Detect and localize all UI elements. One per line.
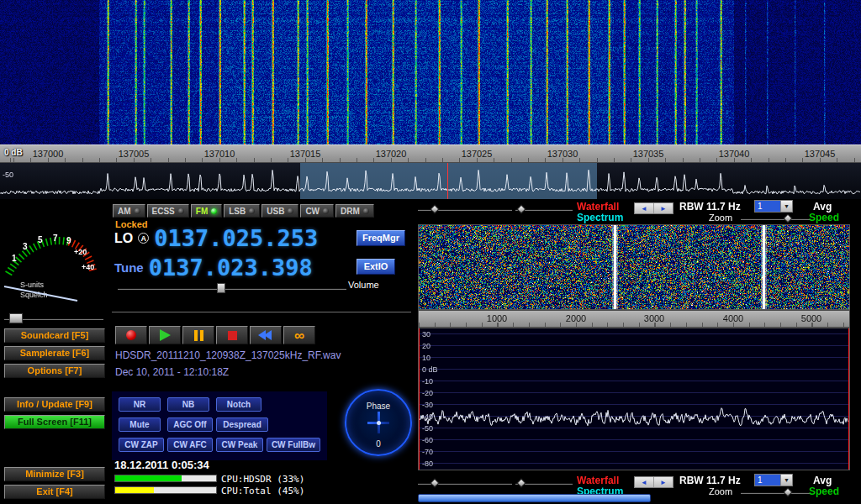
db-minus50-label: -50 — [3, 171, 13, 179]
zoom-slider[interactable] — [741, 218, 810, 220]
record-button[interactable] — [115, 326, 147, 344]
pan-right-icon[interactable]: ► — [654, 477, 673, 487]
volume-slider[interactable] — [118, 287, 346, 290]
play-button[interactable] — [149, 326, 181, 344]
mode-label-drm: DRM — [341, 207, 360, 216]
rf-frequency-scale[interactable]: 1000 2000 3000 4000 5000 — [418, 310, 850, 328]
s-meter-tick-40: +40 — [82, 263, 94, 271]
s-meter: 1 3 5 7 9 +20 +40 S-units Squelch — [2, 203, 108, 309]
spectrum-pan-scrollbar[interactable] — [418, 494, 651, 502]
main-spectrum-display[interactable]: -50 — [0, 163, 861, 199]
waterfall-brightness-slider-bottom[interactable] — [418, 482, 512, 485]
rbw-label: RBW 11.7 Hz — [679, 201, 741, 213]
cw-fullbw-button[interactable]: CW FullBw — [267, 438, 320, 452]
squelch-slider[interactable] — [4, 318, 103, 320]
pause-icon — [194, 330, 203, 341]
cw-afc-button[interactable]: CW AFC — [167, 438, 213, 452]
recording-file-name: HDSDR_20111210_120938Z_137025kHz_RF.wav — [115, 349, 341, 361]
waterfall-contrast-slider[interactable] — [515, 208, 573, 211]
freq-scale-ticks — [0, 158, 861, 162]
lo-lock-badge-icon[interactable]: A — [138, 233, 149, 244]
despread-button[interactable]: Despread — [216, 417, 268, 432]
avg-select[interactable]: 1 ▼ — [754, 200, 793, 213]
pan-left-icon[interactable]: ◄ — [635, 477, 654, 487]
agc-button[interactable]: AGC Off — [167, 417, 213, 432]
panel-divider — [112, 312, 411, 312]
nr-button[interactable]: NR — [119, 397, 161, 412]
waterfall-mode-label-bottom[interactable]: Waterfall — [577, 475, 619, 486]
rf-spectrum-frame[interactable]: 30 20 10 0 dB -10 -20 -30 -40 -50 -60 -7… — [418, 328, 850, 470]
waterfall-mode-label[interactable]: Waterfall — [577, 201, 619, 213]
minimize-button[interactable]: Minimize [F3] — [4, 467, 105, 481]
mode-button-fm[interactable]: FM — [191, 204, 222, 218]
mode-led-lsb-icon — [249, 208, 255, 214]
fullscreen-button[interactable]: Full Screen [F11] — [4, 415, 105, 429]
pan-left-icon[interactable]: ◄ — [635, 203, 654, 213]
avg-select-bottom[interactable]: 1 ▼ — [754, 474, 793, 486]
volume-slider-thumb[interactable] — [217, 283, 225, 293]
pause-button[interactable] — [182, 326, 214, 344]
pan-right-icon[interactable]: ► — [654, 203, 673, 213]
mode-button-ecss[interactable]: ECSS — [147, 204, 189, 218]
exit-button[interactable]: Exit [F4] — [4, 485, 105, 499]
stop-button[interactable] — [216, 326, 248, 344]
tune-frequency-row: Tune 0137.023.398 — [114, 256, 313, 279]
squelch-slider-thumb[interactable] — [9, 313, 23, 323]
slider-thumb[interactable] — [430, 478, 439, 487]
zoom-label: Zoom — [709, 213, 732, 223]
zoom-slider-thumb[interactable] — [783, 213, 792, 223]
waterfall-contrast-slider-bottom[interactable] — [515, 482, 573, 485]
mute-button[interactable]: Mute — [119, 417, 161, 432]
dropdown-arrow-icon[interactable]: ▼ — [780, 475, 792, 486]
notch-button[interactable]: Notch — [216, 397, 261, 412]
s-meter-scale-green — [8, 241, 69, 274]
tune-frequency-value[interactable]: 0137.023.398 — [149, 256, 313, 279]
extio-button[interactable]: ExtIO — [357, 259, 395, 275]
s-meter-tick-5: 5 — [38, 235, 43, 244]
info-update-button[interactable]: Info / Update [F9] — [4, 397, 105, 412]
frequency-scale[interactable]: 137000 137005 137010 137015 137020 13702… — [0, 144, 861, 163]
zoom-slider-thumb[interactable] — [783, 487, 792, 496]
pan-control: ◄ ► — [634, 202, 673, 214]
rf-waterfall-frame — [418, 224, 850, 310]
mode-led-fm-icon — [211, 208, 217, 214]
loop-icon: ∞ — [294, 328, 304, 343]
dropdown-arrow-icon[interactable]: ▼ — [780, 201, 792, 212]
cpu-total-bar — [114, 486, 217, 494]
waterfall-brightness-slider[interactable] — [418, 208, 512, 211]
db-scale-label: 0 dB — [422, 365, 438, 374]
cpu-total-text: CPU:Total (45%) — [221, 486, 304, 496]
db-scale-label: -80 — [422, 459, 433, 468]
tune-label: Tune — [114, 260, 144, 275]
nb-button[interactable]: NB — [167, 397, 209, 412]
zoom-slider-bottom[interactable] — [741, 491, 810, 494]
cw-zap-button[interactable]: CW ZAP — [119, 438, 164, 452]
spectrum-mode-label[interactable]: Spectrum — [577, 212, 623, 223]
phase-indicator: Phase 0 — [345, 389, 412, 456]
rf-waterfall-display[interactable] — [419, 225, 849, 309]
mode-led-cw-icon — [323, 208, 329, 214]
main-waterfall-display[interactable] — [0, 0, 861, 144]
slider-thumb[interactable] — [516, 204, 526, 213]
freqmgr-button[interactable]: FreqMgr — [357, 230, 405, 246]
mode-button-cw[interactable]: CW — [300, 204, 334, 218]
options-button[interactable]: Options [F7] — [4, 364, 105, 378]
play-icon — [160, 329, 171, 341]
cpu-hdsdr-bar — [114, 475, 217, 482]
mode-button-am[interactable]: AM — [113, 204, 145, 218]
slider-thumb[interactable] — [516, 478, 526, 487]
mode-button-drm[interactable]: DRM — [335, 204, 374, 218]
loop-button[interactable]: ∞ — [283, 326, 315, 344]
db-scale-label: 10 — [422, 354, 430, 362]
lo-frequency-value[interactable]: 0137.025.253 — [154, 227, 318, 249]
mode-button-lsb[interactable]: LSB — [224, 204, 260, 218]
soundcard-button[interactable]: Soundcard [F5] — [4, 328, 105, 343]
cpu-total-bar-fill — [115, 487, 154, 493]
samplerate-button[interactable]: Samplerate [F6] — [4, 346, 105, 360]
cw-peak-button[interactable]: CW Peak — [216, 438, 263, 452]
rewind-button[interactable] — [250, 326, 282, 344]
slider-thumb[interactable] — [430, 204, 439, 213]
mode-button-usb[interactable]: USB — [261, 204, 298, 218]
tune-marker-line — [447, 163, 448, 199]
avg-label-bottom: Avg — [813, 475, 832, 486]
